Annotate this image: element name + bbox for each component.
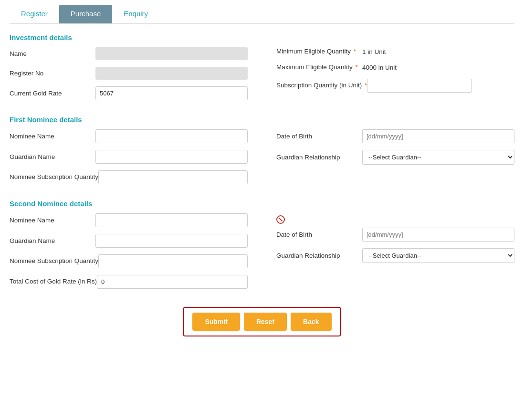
first-nominee-section-title: First Nominee details — [10, 116, 514, 124]
min-qty-label: Minimum Eligible Quantity * — [276, 47, 362, 56]
total-cost-label: Total Cost of Gold Rate (in Rs) — [10, 277, 97, 286]
sub-qty-label: Subscription Quantity (in Unit) * — [276, 81, 367, 90]
first-guardian-name-row: Guardian Name — [10, 150, 248, 164]
second-guardian-rel-select[interactable]: --Select Guardian-- Father Mother Spouse… — [362, 248, 514, 263]
register-no-row: Register No — [10, 67, 248, 80]
first-guardian-rel-row: Guardian Relationship --Select Guardian-… — [276, 150, 514, 165]
second-guardian-rel-row: Guardian Relationship --Select Guardian-… — [276, 248, 514, 263]
tab-enquiry[interactable]: Enquiry — [112, 5, 159, 23]
second-nominee-sub-qty-row: Nominee Subscription Quantity — [10, 254, 248, 268]
min-qty-value: 1 in Unit — [362, 48, 386, 55]
first-guardian-name-input[interactable] — [95, 150, 248, 164]
first-nominee-name-row: Nominee Name — [10, 129, 248, 143]
tab-bar: Register Purchase Enquiry — [10, 5, 514, 24]
second-nominee-left: Nominee Name Guardian Name Nominee Subsc… — [10, 213, 248, 295]
investment-left-col: Name Register No Current Gold Rate — [10, 47, 248, 107]
name-input[interactable] — [95, 47, 248, 60]
second-nominee-grid: Nominee Name Guardian Name Nominee Subsc… — [10, 213, 514, 295]
second-nominee-right: Date of Birth Guardian Relationship --Se… — [276, 213, 514, 295]
second-guardian-name-label: Guardian Name — [10, 237, 95, 244]
first-nominee-sub-qty-input[interactable] — [98, 170, 248, 184]
first-guardian-rel-select[interactable]: --Select Guardian-- Father Mother Spouse… — [362, 150, 514, 165]
first-nominee-name-input[interactable] — [95, 129, 248, 143]
first-nominee-right: Date of Birth Guardian Relationship --Se… — [276, 129, 514, 191]
second-nominee-sub-qty-label: Nominee Subscription Quantity — [10, 257, 98, 266]
total-cost-row: Total Cost of Gold Rate (in Rs) — [10, 275, 248, 289]
reset-button[interactable]: Reset — [244, 313, 287, 331]
second-nominee-name-input[interactable] — [95, 213, 248, 227]
second-guardian-name-input[interactable] — [95, 234, 248, 248]
first-dob-label: Date of Birth — [276, 133, 362, 140]
gold-rate-input[interactable] — [95, 86, 248, 100]
second-nominee-name-label: Nominee Name — [10, 217, 95, 224]
subscription-qty-input[interactable] — [367, 79, 472, 93]
gold-rate-row: Current Gold Rate — [10, 86, 248, 100]
gold-rate-label: Current Gold Rate — [10, 90, 95, 97]
investment-details-grid: Name Register No Current Gold Rate Minim… — [10, 47, 514, 107]
max-qty-label: Maximum Eligible Quantity * — [276, 63, 362, 72]
second-dob-input[interactable] — [362, 228, 514, 242]
second-nominee-name-row: Nominee Name — [10, 213, 248, 227]
investment-section-title: Investment details — [10, 33, 514, 42]
first-nominee-name-label: Nominee Name — [10, 133, 95, 140]
first-dob-row: Date of Birth — [276, 129, 514, 143]
no-icon-row — [276, 215, 514, 224]
submit-button[interactable]: Submit — [192, 313, 240, 331]
tab-register[interactable]: Register — [10, 5, 59, 23]
min-qty-row: Minimum Eligible Quantity * 1 in Unit — [276, 47, 514, 56]
second-guardian-rel-label: Guardian Relationship — [276, 252, 362, 259]
second-nominee-sub-qty-input[interactable] — [98, 254, 248, 268]
first-nominee-sub-qty-label: Nominee Subscription Quantity — [10, 173, 98, 182]
first-nominee-sub-qty-row: Nominee Subscription Quantity — [10, 170, 248, 184]
tab-purchase[interactable]: Purchase — [59, 5, 112, 23]
name-row: Name — [10, 47, 248, 60]
register-no-input[interactable] — [95, 67, 248, 80]
second-dob-row: Date of Birth — [276, 228, 514, 242]
first-nominee-grid: Nominee Name Guardian Name Nominee Subsc… — [10, 129, 514, 191]
investment-right-col: Minimum Eligible Quantity * 1 in Unit Ma… — [276, 47, 514, 107]
max-qty-value: 4000 in Unit — [362, 64, 397, 71]
sub-qty-row: Subscription Quantity (in Unit) * — [276, 79, 514, 93]
back-button[interactable]: Back — [291, 313, 331, 331]
total-cost-input[interactable] — [97, 275, 248, 289]
action-buttons-area: Submit Reset Back — [10, 307, 514, 336]
second-dob-label: Date of Birth — [276, 231, 362, 238]
second-guardian-name-row: Guardian Name — [10, 234, 248, 248]
second-nominee-section-title: Second Nominee details — [10, 200, 92, 208]
first-guardian-name-label: Guardian Name — [10, 153, 95, 160]
first-nominee-left: Nominee Name Guardian Name Nominee Subsc… — [10, 129, 248, 191]
register-no-label: Register No — [10, 70, 95, 77]
buttons-wrapper: Submit Reset Back — [183, 307, 341, 336]
prohibition-icon — [276, 215, 285, 224]
max-qty-row: Maximum Eligible Quantity * 4000 in Unit — [276, 63, 514, 72]
first-guardian-rel-label: Guardian Relationship — [276, 154, 362, 161]
first-dob-input[interactable] — [362, 129, 514, 143]
second-nominee-header: Second Nominee details — [10, 200, 514, 208]
name-label: Name — [10, 50, 95, 57]
